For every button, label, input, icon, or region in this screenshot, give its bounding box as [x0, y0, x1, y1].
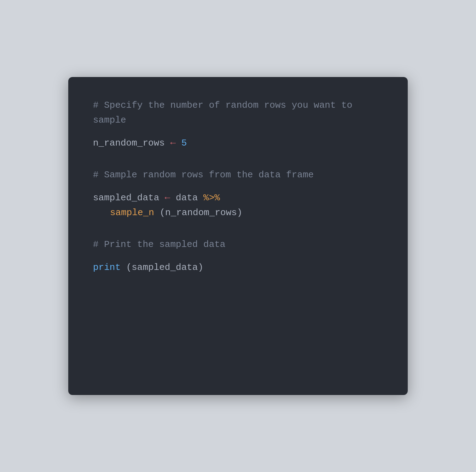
comment-3: # Print the sampled data — [93, 237, 383, 252]
func-sample-n: sample_n — [110, 207, 154, 218]
code-line-4: print (sampled_data) — [93, 260, 383, 275]
section-random-rows: # Specify the number of random rows you … — [93, 98, 383, 151]
code-line-3-indent: sample_n (n_random_rows) — [93, 206, 383, 220]
section-sampled-data: # Sample random rows from the data frame… — [93, 168, 383, 220]
assign-arrow-2: ← — [165, 193, 176, 203]
comment-2: # Sample random rows from the data frame — [93, 168, 383, 183]
pipe-operator: %>% — [203, 193, 220, 203]
func-print: print — [93, 262, 121, 273]
func-args: (n_random_rows) — [159, 207, 242, 218]
code-line-2: sampled_data ← data %>% — [93, 191, 383, 206]
comment-1: # Specify the number of random rows you … — [93, 98, 383, 128]
value-5: 5 — [181, 138, 187, 148]
section-print: # Print the sampled data print (sampled_… — [93, 237, 383, 275]
var-n-random-rows: n_random_rows — [93, 138, 165, 148]
var-sampled-data: sampled_data — [93, 193, 159, 203]
code-line-1: n_random_rows ← 5 — [93, 136, 383, 151]
assign-arrow-1: ← — [170, 138, 181, 148]
code-content: # Specify the number of random rows you … — [93, 98, 383, 275]
print-args: (sampled_data) — [126, 262, 203, 273]
var-data: data — [176, 193, 198, 203]
code-editor: # Specify the number of random rows you … — [68, 77, 408, 395]
